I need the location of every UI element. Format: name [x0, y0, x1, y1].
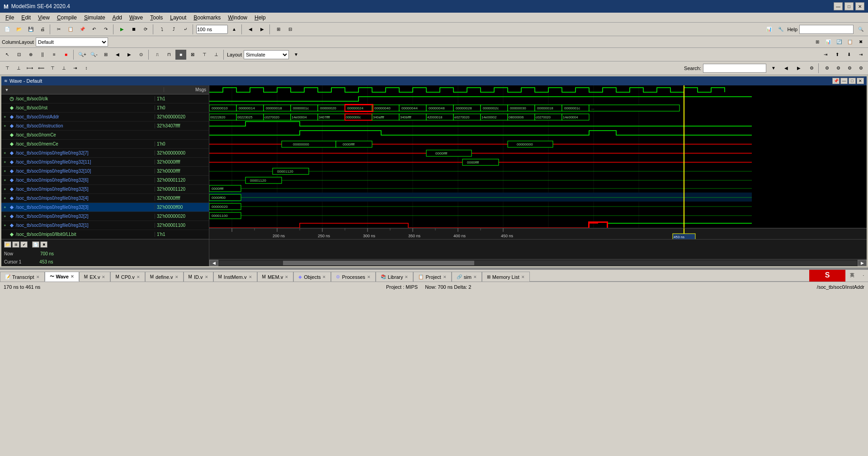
- tb2-zoomin[interactable]: 🔍+: [77, 50, 88, 60]
- menu-tools[interactable]: Tools: [146, 14, 166, 22]
- sim-tab-close[interactable]: ✕: [473, 275, 477, 279]
- menu-compile[interactable]: Compile: [53, 14, 80, 22]
- objects-tab-close[interactable]: ✕: [322, 275, 326, 279]
- tb-right2[interactable]: 🔧: [775, 24, 786, 34]
- signal-row[interactable]: /soc_tb/soc0/romCe: [1, 131, 209, 140]
- hscroll-right[interactable]: ▶: [858, 260, 867, 266]
- tb-right-a[interactable]: ⊞: [812, 37, 823, 47]
- tb-new[interactable]: 📄: [2, 24, 13, 34]
- idv-tab-close[interactable]: ✕: [205, 275, 208, 279]
- tb2-shape4[interactable]: ⊠: [187, 50, 198, 60]
- menu-help[interactable]: Help: [251, 14, 269, 22]
- tb-bottom1[interactable]: 📁: [4, 241, 11, 248]
- tb2-zoomleft[interactable]: ◀: [112, 50, 123, 60]
- tb-copy[interactable]: 📋: [65, 24, 76, 34]
- tb2-dir2[interactable]: ⬆: [832, 50, 843, 60]
- cp0v-tab-close[interactable]: ✕: [137, 275, 140, 279]
- tb-right-c[interactable]: 🔄: [834, 37, 844, 47]
- signal-row[interactable]: /soc_tb/soc0/clk1'h1: [1, 94, 209, 103]
- tb-open[interactable]: 📂: [14, 24, 24, 34]
- tb-step-out[interactable]: ⤶: [180, 24, 191, 34]
- signal-row[interactable]: +/soc_tb/soc0/mips0/regfile0/reg32[10]32…: [1, 167, 209, 176]
- tb2-select[interactable]: ↖: [2, 50, 13, 60]
- menu-simulate[interactable]: Simulate: [80, 14, 109, 22]
- signal-expand-btn[interactable]: +: [1, 124, 9, 128]
- tb2-shape3[interactable]: ■: [175, 50, 186, 60]
- tb-stop[interactable]: ⏹: [128, 24, 139, 34]
- signal-expand-btn[interactable]: +: [1, 187, 9, 192]
- tb3-7[interactable]: ⇥: [70, 63, 80, 73]
- menu-add[interactable]: Add: [109, 14, 126, 22]
- tb2-zoomfit[interactable]: ⊞: [100, 50, 111, 60]
- signal-expand-btn[interactable]: +: [1, 169, 9, 174]
- wave-tab-close[interactable]: ✕: [71, 274, 74, 279]
- memv-tab-close[interactable]: ✕: [285, 275, 288, 279]
- maximize-button[interactable]: □: [844, 2, 854, 10]
- tb-wave-prev[interactable]: ◀: [245, 24, 256, 34]
- signal-row[interactable]: +/soc_tb/soc0/mips0/regfile0/reg32[6]32'…: [1, 176, 209, 185]
- signal-expand-btn[interactable]: +: [1, 223, 9, 228]
- signal-row[interactable]: +/soc_tb/soc0/mips0/regfile0/reg32[3]32'…: [1, 203, 209, 212]
- tb-bottom4[interactable]: 📄: [32, 241, 39, 248]
- signal-row[interactable]: /soc_tb/soc0/mips0/llbit0/LLbit1'h1: [1, 230, 209, 239]
- tb-print[interactable]: 🖨: [37, 24, 48, 34]
- search-opt[interactable]: ⚙: [806, 63, 817, 73]
- wave-pin-btn[interactable]: 📌: [832, 78, 840, 84]
- tb3-6[interactable]: ⊥: [58, 63, 69, 73]
- tab-wave[interactable]: 〜 Wave ✕: [45, 272, 79, 282]
- tb2-cursor2[interactable]: ⊙: [136, 50, 146, 60]
- tb3-4[interactable]: ⟸: [36, 63, 47, 73]
- exv-tab-close[interactable]: ✕: [102, 275, 105, 279]
- close-button[interactable]: ✕: [855, 2, 864, 10]
- tb2-dir3[interactable]: ⬇: [844, 50, 854, 60]
- taskbar-icon1[interactable]: ·: [859, 269, 868, 282]
- tb3-gear4[interactable]: ⚙: [855, 63, 866, 73]
- layout-dropdown-btn[interactable]: ▼: [291, 50, 302, 60]
- tb-bottom3[interactable]: ✔: [20, 241, 28, 248]
- help-input[interactable]: [799, 25, 854, 34]
- tb-wave-btn1[interactable]: ⊞: [273, 24, 284, 34]
- signal-expand-all-btn[interactable]: ▼: [1, 85, 12, 94]
- hscroll-bar[interactable]: ◀ ▶: [209, 259, 867, 266]
- tb-wave-btn2[interactable]: ⊟: [285, 24, 296, 34]
- tb-right1[interactable]: 📊: [764, 24, 774, 34]
- menu-file[interactable]: File: [2, 14, 18, 22]
- layout-select[interactable]: Simulate: [244, 50, 289, 59]
- tb-undo[interactable]: ↶: [89, 24, 99, 34]
- signal-row[interactable]: /soc_tb/soc0/memCe1'h0: [1, 140, 209, 149]
- search-input[interactable]: [703, 64, 766, 73]
- lang-indicator[interactable]: 英: [845, 269, 859, 282]
- instmemv-tab-close[interactable]: ✕: [249, 275, 252, 279]
- tb3-8[interactable]: ↕: [81, 63, 92, 73]
- transcript-tab-close[interactable]: ✕: [36, 275, 40, 279]
- menu-view[interactable]: View: [34, 14, 53, 22]
- project-tab-close[interactable]: ✕: [443, 275, 447, 279]
- hscroll-left[interactable]: ◀: [209, 260, 218, 266]
- menu-edit[interactable]: Edit: [18, 14, 34, 22]
- tb2-zoomright[interactable]: ▶: [124, 50, 135, 60]
- tb-step-in[interactable]: ⤵: [156, 24, 167, 34]
- tb3-gear2[interactable]: ⚙: [833, 63, 844, 73]
- tb3-1[interactable]: ⊤: [2, 63, 13, 73]
- tb2-shape6[interactable]: ⊥: [211, 50, 222, 60]
- tab-instmemv[interactable]: M InstMem.v ✕: [213, 272, 257, 282]
- tab-sim[interactable]: 🔗 sim ✕: [452, 272, 482, 282]
- tb3-gear1[interactable]: ⚙: [821, 63, 832, 73]
- tb-run-time[interactable]: ▲: [229, 24, 240, 34]
- help-search-btn[interactable]: 🔍: [855, 24, 866, 34]
- memory-list-tab-close[interactable]: ✕: [521, 275, 525, 279]
- tab-memory-list[interactable]: ⊞ Memory List ✕: [482, 272, 530, 282]
- signal-row[interactable]: +/soc_tb/soc0/mips0/regfile0/reg32[7]32'…: [1, 149, 209, 158]
- tab-cp0v[interactable]: M CP0.v ✕: [110, 272, 145, 282]
- tb-step-over[interactable]: ⤴: [168, 24, 179, 34]
- tb3-2[interactable]: ⊥: [13, 63, 24, 73]
- tab-idv[interactable]: M ID.v ✕: [184, 272, 213, 282]
- menu-window[interactable]: Window: [224, 14, 251, 22]
- hscroll-thumb[interactable]: [283, 261, 474, 265]
- signal-row[interactable]: +/soc_tb/soc0/mips0/regfile0/reg32[5]32'…: [1, 185, 209, 194]
- signal-expand-btn[interactable]: +: [1, 196, 9, 201]
- menu-layout[interactable]: Layout: [166, 14, 190, 22]
- tab-project[interactable]: 📋 Project ✕: [413, 272, 451, 282]
- tb3-3[interactable]: ⟼: [24, 63, 35, 73]
- signal-row[interactable]: +/soc_tb/soc0/mips0/regfile0/reg32[4]32'…: [1, 194, 209, 203]
